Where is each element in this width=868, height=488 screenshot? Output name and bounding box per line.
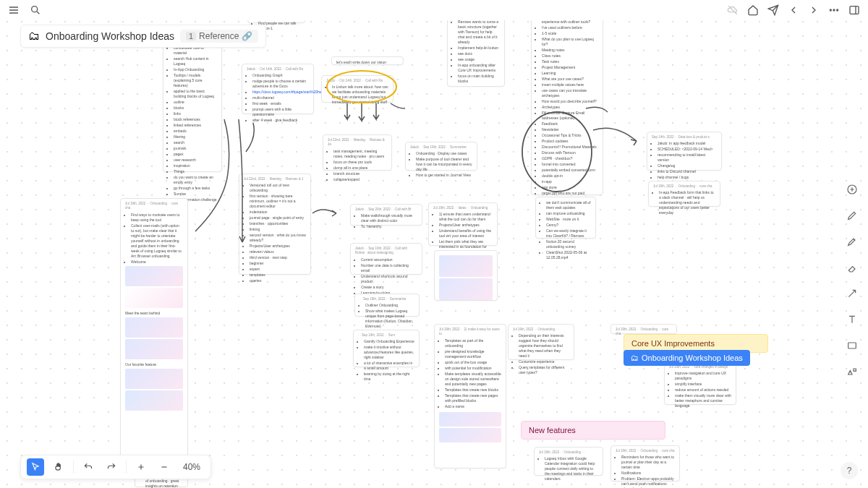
card-onboarding-graph[interactable]: Jakob · · Oct 14th, 2022 · · Call with R… bbox=[242, 64, 314, 114]
svg-point-2 bbox=[833, 9, 835, 11]
card-walkthrough-visual[interactable]: Jakob · · Sep 20th, 2022 · · Call with B… bbox=[350, 204, 422, 226]
card-depending-interests[interactable]: Jul 19th, 2022 · · Onboarding · ·Dependi… bbox=[508, 324, 574, 360]
rectangle-icon[interactable] bbox=[843, 337, 861, 354]
page-title-bar: 🗂 Onboarding Workshop Ideas 1 Reference … bbox=[20, 25, 266, 48]
card-outliner-onboarding[interactable]: · · Sep 19th, 2022 · · SummarizeOutliner… bbox=[354, 294, 420, 317]
add-icon[interactable] bbox=[843, 181, 861, 198]
home-icon[interactable] bbox=[746, 4, 760, 17]
card-task-mgmt[interactable]: Jul 22nd, 2022 · · Meeting · · Ramses & … bbox=[323, 134, 392, 171]
zoom-in-button[interactable] bbox=[132, 458, 150, 476]
send-icon[interactable] bbox=[767, 4, 780, 17]
svg-point-1 bbox=[830, 9, 831, 11]
hand-tool[interactable] bbox=[50, 458, 67, 476]
svg-point-0 bbox=[32, 7, 38, 12]
help-button[interactable]: ? bbox=[841, 462, 858, 479]
card-core-changes[interactable]: Jul 19th, 2022 · · core-changes in-desig… bbox=[664, 361, 736, 405]
whiteboard-icon: 🗂 bbox=[631, 354, 639, 362]
card-logseq-inbox[interactable]: Jul 19th, 2022 · · Onboarding · ·Logseq … bbox=[534, 447, 603, 476]
shape-toolbar bbox=[843, 181, 861, 380]
card-gamify[interactable]: · · Sep 19th, 2022 · · SumGamify Onboard… bbox=[353, 330, 420, 367]
card-motivate-users[interactable]: Jul 19th, 2022 · · Onboarding · · core c… bbox=[120, 198, 188, 466]
card-templates[interactable]: Jul 19th, 2022 · · 2) make it easy for u… bbox=[434, 324, 506, 468]
menu-icon[interactable] bbox=[7, 4, 20, 17]
svg-rect-8 bbox=[848, 343, 856, 348]
reference-badge[interactable]: 1 Reference 🔗 bbox=[180, 30, 259, 43]
card-small[interactable]: Jul 19th, 2022 · · Onboarding · · core c… bbox=[610, 324, 677, 334]
page-title: Onboarding Workshop Ideas bbox=[46, 30, 174, 42]
redo-button[interactable] bbox=[103, 458, 120, 476]
view-toolbar: 40% bbox=[20, 455, 211, 479]
nav-forward-icon[interactable] bbox=[807, 4, 820, 17]
text-icon[interactable] bbox=[843, 311, 861, 328]
link-icon: 🔗 bbox=[242, 31, 252, 41]
sticky-new-features[interactable]: New features bbox=[521, 421, 665, 440]
nav-back-icon[interactable] bbox=[787, 4, 800, 17]
undo-button[interactable] bbox=[80, 458, 97, 476]
cloud-off-icon[interactable] bbox=[726, 4, 739, 17]
card-feedback-model[interactable]: Sep 14th, 2022 · · Data-loss & product-s… bbox=[647, 132, 722, 171]
shapes-icon[interactable] bbox=[843, 363, 861, 380]
svg-rect-4 bbox=[850, 7, 859, 14]
card-display-usecases[interactable]: Jakob · · Sep 19th, 2022 · · SummarizeOn… bbox=[405, 142, 477, 171]
whiteboard-icon: 🗂 bbox=[28, 30, 40, 43]
card-reminders[interactable]: Jul 19th, 2022 · · Onboarding · · core c… bbox=[610, 445, 680, 481]
card-current-assumption[interactable]: Jakob · · Sep 19th, 2022 · · Call with R… bbox=[350, 243, 422, 275]
sticky-workshop[interactable]: 🗂Onboarding Workshop Ideas bbox=[624, 350, 750, 366]
pen-icon[interactable] bbox=[843, 207, 861, 224]
zoom-out-button[interactable] bbox=[156, 458, 173, 476]
whiteboard-canvas[interactable]: consolidate how-to materialsearch Hub co… bbox=[0, 0, 868, 488]
sidebar-toggle-icon[interactable] bbox=[848, 4, 861, 17]
connector-icon[interactable] bbox=[843, 285, 861, 302]
card-updates[interactable]: we don't communicate all of them wait up… bbox=[535, 197, 596, 239]
card-versioned-rollout[interactable]: Jul 22nd, 2022 · · Meeting · · Ramses & … bbox=[239, 174, 311, 275]
highlighter-icon[interactable] bbox=[843, 233, 861, 250]
more-icon[interactable] bbox=[827, 4, 841, 17]
svg-point-3 bbox=[837, 9, 838, 11]
card-user-archetypes[interactable]: Jul 19th, 2022 · · Ideas · · Onboarding1… bbox=[428, 202, 498, 246]
eraser-icon[interactable] bbox=[843, 259, 861, 276]
select-tool[interactable] bbox=[27, 458, 44, 476]
search-icon[interactable] bbox=[29, 4, 42, 17]
card-lisbon-talk[interactable]: Jakob · · Oct 14th, 2022 · · Call with R… bbox=[321, 75, 393, 103]
zoom-level[interactable]: 40% bbox=[179, 462, 205, 472]
card-inapp-feedback[interactable]: Jul 19th, 2022 · · Onboarding · · core c… bbox=[648, 181, 720, 207]
card-core-features[interactable]: consolidate how-to materialsearch Hub co… bbox=[163, 42, 222, 172]
card-interests-img[interactable] bbox=[434, 250, 498, 301]
topbar bbox=[0, 0, 868, 20]
card-questions[interactable]: What are relevant questions for us?How w… bbox=[531, 0, 603, 195]
card-vision[interactable]: let's each write down our vision bbox=[331, 56, 404, 65]
